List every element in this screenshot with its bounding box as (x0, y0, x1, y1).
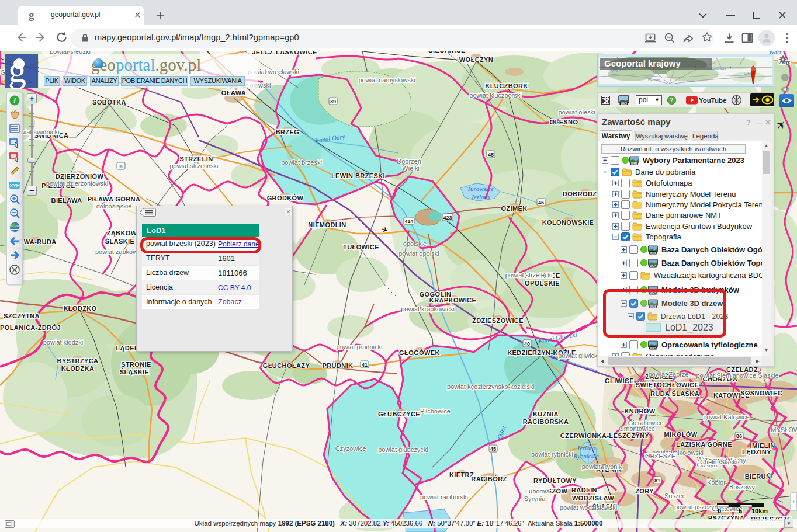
svg-text:powiat Rybnik: powiat Rybnik (582, 463, 622, 470)
svg-text:Czyżowice: Czyżowice (335, 445, 366, 452)
svg-text:ORZESZE: ORZESZE (645, 453, 675, 460)
svg-text:GRODKÓW: GRODKÓW (267, 194, 304, 201)
svg-text:WMS: WMS (650, 265, 657, 268)
svg-text:OŁAWA: OŁAWA (221, 89, 246, 96)
svg-text:MYSŁOW.: MYSŁOW. (771, 426, 797, 433)
svg-text:powiat strzelecki: powiat strzelecki (505, 272, 553, 279)
svg-text:81: 81 (654, 478, 660, 484)
svg-text:5: 5 (739, 507, 742, 514)
svg-text:powiat raciborski: powiat raciborski (420, 493, 468, 500)
svg-text:423: 423 (443, 215, 452, 221)
svg-text:Wielki: Wielki (402, 165, 419, 172)
svg-text:XYH: XYH (9, 183, 19, 189)
svg-text:powiat oleski: powiat oleski (559, 109, 595, 116)
svg-text:NIEMODLIN: NIEMODLIN (308, 221, 346, 228)
svg-text:RUDA ŚLĄSKA: RUDA ŚLĄSKA (650, 390, 699, 397)
svg-text:DZIERŻONIÓW: DZIERŻONIÓW (56, 173, 104, 180)
svg-text:KŁODZKA: KŁODZKA (61, 365, 95, 372)
svg-text:39: 39 (330, 99, 336, 105)
svg-text:powiat kłodzki: powiat kłodzki (43, 339, 83, 346)
svg-text:GŁUCHOŁAZY: GŁUCHOŁAZY (263, 362, 310, 369)
svg-text:ZDZIESZOWICE: ZDZIESZOWICE (472, 317, 524, 324)
svg-text:powiat gliwicki: powiat gliwicki (558, 352, 599, 359)
svg-text:Boszowy: Boszowy (729, 484, 756, 491)
svg-text:40: 40 (524, 341, 530, 347)
svg-text:ŚWIĘTOCHŁOWICE: ŚWIĘTOCHŁOWICE (636, 381, 699, 388)
svg-text:PIŁAWA GÓRNA: PIŁAWA GÓRNA (88, 196, 141, 203)
svg-text:Warszawa: Warszawa (710, 67, 726, 71)
svg-text:Poznań: Poznań (648, 78, 660, 81)
svg-text:GLIWICE: GLIWICE (605, 377, 634, 384)
svg-text:ŚLĄSKIE: ŚLĄSKIE (120, 368, 149, 375)
svg-text:powiat rybnicki: powiat rybnicki (531, 451, 573, 458)
svg-text:0: 0 (718, 507, 721, 514)
svg-text:powiat dzierżoniowski: powiat dzierżoniowski (46, 180, 108, 187)
svg-text:Chełm Śląski: Chełm Śląski (700, 458, 737, 465)
svg-text:WMS: WMS (631, 162, 639, 165)
svg-text:TUŁOWICE: TUŁOWICE (343, 244, 379, 251)
svg-text:WMS: WMS (621, 102, 627, 105)
svg-text:10km: 10km (751, 507, 768, 514)
svg-text:powiat kędzierzyńsko-kozielski: powiat kędzierzyńsko-kozielski (447, 383, 535, 390)
svg-text:Turawskie: Turawskie (467, 185, 493, 192)
svg-text:Jezioro: Jezioro (471, 193, 490, 200)
svg-text:powiat Katowice: powiat Katowice (703, 413, 750, 420)
svg-text:POLANICA-ZDRÓJ: POLANICA-ZDRÓJ (0, 324, 61, 331)
svg-text:SOBÓTKA: SOBÓTKA (92, 99, 126, 106)
svg-text:SZCZYTNA: SZCZYTNA (4, 312, 40, 319)
svg-text:Kobiór: Kobiór (707, 479, 726, 486)
svg-text:OPOLSKIE: OPOLSKIE (525, 280, 560, 287)
svg-text:LAZISKA GÓRNE: LAZISKA GÓRNE (676, 441, 732, 448)
svg-text:Jezioro: Jezioro (577, 444, 595, 451)
svg-text:LEWIN BRZESKI: LEWIN BRZESKI (331, 172, 385, 179)
svg-text:powiat namysłowski: powiat namysłowski (358, 77, 415, 84)
svg-text:Łódź: Łódź (687, 79, 694, 83)
svg-text:WMS: WMS (650, 252, 657, 255)
svg-text:KIETRZ: KIETRZ (449, 471, 474, 478)
svg-text:KŁODZKO: KŁODZKO (63, 305, 96, 312)
svg-text:WMS: WMS (650, 347, 657, 350)
svg-text:RYDUŁTOWY: RYDUŁTOWY (533, 477, 577, 484)
svg-text:powiat Siemianowice Śląskie: powiat Siemianowice Śląskie (696, 372, 778, 379)
svg-text:?: ? (670, 97, 673, 103)
svg-text:dolnośląskie: dolnośląskie (96, 203, 132, 210)
svg-text:STRZELIN: STRZELIN (180, 155, 213, 162)
svg-text:STRONIE: STRONIE (121, 361, 151, 368)
svg-text:KRAPKOWICE: KRAPKOWICE (429, 297, 476, 304)
svg-text:powiat opolski: powiat opolski (398, 250, 439, 257)
svg-text:LĘDZINY: LĘDZINY (742, 448, 771, 455)
svg-text:Rybnickie: Rybnickie (573, 453, 598, 460)
svg-text:41: 41 (362, 362, 368, 368)
svg-text:OLESNO: OLESNO (550, 119, 578, 126)
svg-text:RACIBÓRZ: RACIBÓRZ (471, 475, 507, 482)
svg-text:WOŁCZYN: WOŁCZYN (459, 56, 493, 63)
svg-text:CZERWIONKA-LESZCZYNY: CZERWIONKA-LESZCZYNY (560, 432, 650, 439)
svg-text:Syrynia: Syrynia (524, 495, 546, 502)
svg-text:ŚLASKIE: ŚLASKIE (105, 238, 134, 245)
svg-text:powiat kluczborski: powiat kluczborski (469, 92, 521, 99)
svg-text:YouTube: YouTube (699, 97, 726, 104)
svg-text:KLUCZBORK: KLUCZBORK (485, 82, 528, 89)
svg-text:45: 45 (488, 152, 494, 158)
svg-text:Suszec: Suszec (664, 492, 686, 499)
svg-text:KNURÓW: KNURÓW (624, 408, 655, 415)
svg-text:Pilchowice: Pilchowice (420, 408, 451, 415)
svg-text:ŻORY: ŻORY (635, 488, 654, 495)
svg-text:86: 86 (736, 433, 742, 439)
svg-text:powiat strzeliński: powiat strzeliński (169, 162, 218, 169)
svg-text:45: 45 (490, 446, 496, 452)
svg-text:SOSNOWIEC: SOSNOWIEC (740, 390, 782, 397)
svg-text:OZIMEK: OZIMEK (501, 205, 527, 212)
svg-text:46: 46 (538, 200, 544, 206)
svg-text:RACIBORSKA: RACIBORSKA (523, 418, 569, 425)
svg-text:ZĄBKOW.: ZĄBKOW. (107, 230, 139, 237)
svg-text:BIERUŃ: BIERUŃ (745, 473, 771, 480)
svg-text:8: 8 (119, 164, 122, 169)
svg-text:powiat brzeski: powiat brzeski (281, 159, 322, 166)
svg-text:Lubomia: Lubomia (525, 488, 550, 495)
svg-text:opolskie: opolskie (403, 240, 427, 247)
svg-text:Gierałtowice: Gierałtowice (628, 419, 664, 426)
svg-text:BYSTRZYCA: BYSTRZYCA (57, 357, 99, 364)
svg-text:MIKOŁÓW: MIKOŁÓW (664, 431, 697, 438)
svg-text:RADLIN: RADLIN (571, 486, 597, 493)
